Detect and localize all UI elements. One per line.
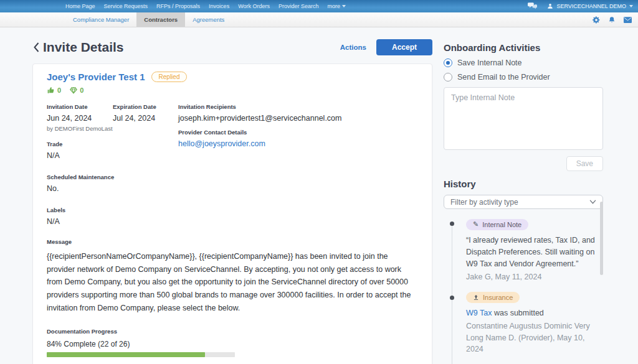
person-icon	[547, 3, 553, 9]
chat-icon[interactable]	[528, 2, 537, 11]
tab-compliance-manager[interactable]: Compliance Manager	[65, 12, 136, 27]
nav-work-orders[interactable]: Work Orders	[238, 3, 270, 9]
nav-home-page[interactable]: Home Page	[65, 3, 95, 9]
pencil-icon: ✎	[473, 221, 478, 228]
radio-button-selected[interactable]	[444, 58, 452, 67]
history-timeline: ✎ Internal Note “I already reviewed rate…	[444, 218, 603, 364]
provider-contact-label: Provider Contact Details	[178, 129, 418, 136]
progress-summary: 84% Complete (22 of 26)	[47, 340, 418, 348]
user-menu[interactable]: SERVICECHANNEL DEMO	[547, 3, 633, 9]
bell-icon[interactable]	[608, 16, 616, 24]
invitation-recipients-label: Invitation Recipients	[178, 103, 418, 110]
nav-more-label: more	[328, 3, 341, 9]
badge-label: Internal Note	[482, 221, 521, 228]
page-title: Invite Details	[32, 40, 124, 55]
sub-nav-bar: Compliance Manager Contractors Agreement…	[0, 12, 638, 27]
diamond-icon	[70, 86, 77, 94]
history-item-text-rest: was submitted	[492, 309, 543, 317]
invitation-date-label: Invitation Date	[47, 103, 113, 110]
invitation-date-value: Jun 24, 2024	[47, 114, 113, 123]
invite-card: Joey's Provider Test 1 Replied 0 0	[32, 63, 432, 364]
w9-tax-link[interactable]: W9 Tax	[466, 309, 492, 317]
back-icon[interactable]	[32, 42, 40, 53]
onboarding-panel: Onboarding Activities Save Internal Note…	[444, 37, 603, 364]
trade-value: N/A	[47, 151, 178, 160]
scheduled-maintenance-label: Scheduled Maintenance	[47, 174, 178, 180]
history-item: Insurance W9 Tax was submitted Constanti…	[466, 292, 603, 355]
chevron-down-icon	[342, 5, 346, 7]
insurance-badge: Insurance	[466, 292, 520, 303]
recommendations-count: 0	[57, 86, 61, 94]
history-item-meta: Constantine Augustus Dominic Very Long N…	[466, 320, 603, 355]
chevron-down-icon	[629, 5, 633, 7]
nav-service-requests[interactable]: Service Requests	[104, 3, 148, 9]
history-item-text: W9 Tax was submitted	[466, 307, 603, 319]
provider-name-link[interactable]: Joey's Provider Test 1	[47, 72, 145, 82]
documentation-progress-label: Documentation Progress	[47, 328, 418, 335]
expiration-date-label: Expiration Date	[113, 103, 178, 110]
onboarding-activities-title: Onboarding Activities	[444, 42, 603, 53]
message-text: {{recipientPersonNameOrCompanyName}}, {{…	[47, 250, 418, 314]
history-title: History	[444, 179, 603, 189]
invitation-date-by: by DEMOFirst DemoLast	[47, 125, 113, 132]
nav-rfps-proposals[interactable]: RFPs / Proposals	[156, 3, 200, 9]
progress-bar-fill	[47, 352, 205, 357]
nav-invoices[interactable]: Invoices	[209, 3, 229, 9]
radio-save-internal-note[interactable]: Save Internal Note	[444, 58, 603, 67]
radio-save-label: Save Internal Note	[457, 58, 522, 67]
history-item: ✎ Internal Note “I already reviewed rate…	[466, 218, 603, 282]
envelope-icon[interactable]	[624, 17, 632, 23]
timeline-dot	[450, 296, 454, 300]
top-nav: Home Page Service Requests RFPs / Propos…	[65, 3, 346, 9]
invitation-recipients-value: joseph.kim+providertest1@servicechannel.…	[178, 114, 418, 123]
chevron-down-icon	[589, 200, 596, 204]
upload-icon	[473, 294, 479, 301]
labels-value: N/A	[47, 217, 178, 226]
thumbs-up-icon	[47, 86, 55, 94]
activity-type-filter[interactable]: Filter by activity type	[444, 195, 603, 209]
tab-agreements[interactable]: Agreements	[185, 12, 232, 27]
history-item-meta: Jake G, May 11, 2024	[466, 271, 603, 283]
internal-note-badge: ✎ Internal Note	[466, 219, 528, 230]
badge-label: Insurance	[483, 294, 513, 301]
expiration-date-value: Jul 24, 2024	[113, 114, 178, 123]
progress-bar	[47, 352, 235, 357]
scheduled-maintenance-value: No.	[47, 184, 178, 193]
nav-provider-search[interactable]: Provider Search	[279, 3, 319, 9]
tab-contractors[interactable]: Contractors	[136, 12, 185, 27]
nav-more-menu[interactable]: more	[328, 3, 346, 9]
radio-email-label: Send Email to the Provider	[457, 73, 550, 82]
timeline-dot	[450, 222, 454, 226]
history-scrollbar[interactable]	[600, 202, 603, 275]
save-note-button[interactable]: Save	[566, 156, 603, 171]
internal-note-input[interactable]	[444, 87, 603, 150]
gear-icon[interactable]	[593, 16, 600, 24]
provider-contact-email-link[interactable]: hello@joeysprovider.com	[178, 139, 418, 148]
labels-label: Labels	[47, 207, 178, 213]
recommendations-counter: 0	[47, 86, 61, 94]
radio-send-email[interactable]: Send Email to the Provider	[444, 73, 603, 82]
radio-button[interactable]	[444, 73, 452, 82]
accept-button[interactable]: Accept	[376, 39, 432, 55]
page-title-label: Invite Details	[43, 40, 124, 55]
actions-button[interactable]: Actions	[340, 44, 366, 51]
filter-placeholder: Filter by activity type	[450, 198, 518, 207]
history-item-text: “I already reviewed rates, Tax ID, and D…	[466, 235, 603, 271]
user-label: SERVICECHANNEL DEMO	[556, 3, 626, 9]
message-label: Message	[47, 238, 418, 245]
awards-count: 0	[80, 86, 83, 94]
status-badge: Replied	[151, 72, 188, 82]
top-nav-bar: Home Page Service Requests RFPs / Propos…	[0, 0, 638, 12]
awards-counter: 0	[70, 86, 83, 94]
trade-label: Trade	[47, 141, 178, 147]
